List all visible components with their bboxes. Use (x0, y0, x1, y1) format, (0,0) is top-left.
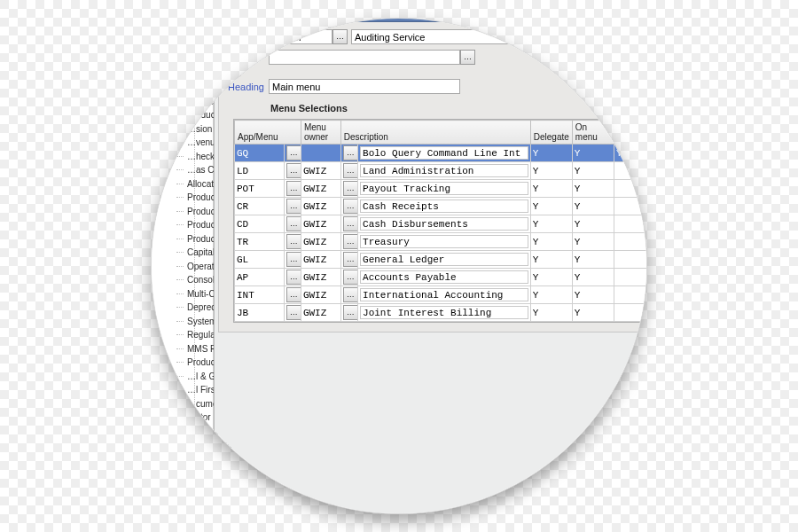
cell-update[interactable] (614, 198, 647, 215)
col-delegate[interactable]: Delegate (530, 121, 572, 145)
cell-delegate[interactable]: Y (530, 215, 572, 233)
cell-update[interactable] (614, 180, 647, 198)
col-description[interactable]: Description (340, 121, 530, 145)
cell-app[interactable]: LD (235, 162, 285, 180)
tree-item[interactable]: Capital Budgeting (178, 246, 213, 260)
app-lookup-button[interactable]: … (286, 216, 301, 231)
tree-item[interactable]: Consolidations (178, 273, 213, 287)
app-lookup-button[interactable]: … (286, 234, 301, 249)
description-input[interactable] (360, 253, 528, 266)
tree-item[interactable]: Operational Budgeting (178, 260, 213, 274)
tree-item[interactable]: …ayable (178, 40, 213, 54)
cell-onmenu[interactable]: Y (572, 180, 614, 198)
table-row[interactable]: JB…GWIZ…YY (235, 304, 648, 322)
tree-item[interactable]: …l First Purchaser (178, 383, 213, 397)
user-input[interactable] (269, 29, 332, 44)
description-input[interactable] (360, 288, 528, 301)
cell-onmenu[interactable]: Y (572, 162, 614, 180)
table-row[interactable]: CD…GWIZ…YY (235, 215, 648, 233)
cell-owner[interactable] (301, 145, 340, 162)
module-tree[interactable]: …r…ayable…nal Accounting…erest Billing…t… (151, 18, 214, 514)
description-input[interactable] (360, 235, 528, 248)
cell-onmenu[interactable]: Y (572, 145, 614, 162)
tree-item[interactable]: …Tracking (178, 95, 213, 109)
cell-description[interactable] (358, 251, 531, 269)
cell-update[interactable] (614, 269, 647, 286)
cell-description[interactable] (358, 198, 531, 215)
cell-app[interactable]: INT (235, 286, 285, 304)
tree-item[interactable]: …stor Reporting (178, 411, 213, 425)
cell-update[interactable] (614, 162, 647, 180)
tree-item[interactable]: …agement (178, 465, 213, 479)
tree-item[interactable]: Production (178, 108, 213, 122)
desc-lookup-button[interactable]: … (343, 145, 358, 160)
description-input[interactable] (360, 306, 528, 319)
tree-item[interactable]: Regulatory Reporting (178, 328, 213, 342)
description-input[interactable] (360, 182, 528, 195)
tree-item[interactable]: …venue Accounting (178, 136, 213, 150)
cell-owner[interactable]: GWIZ (301, 162, 340, 180)
cell-owner[interactable]: GWIZ (301, 269, 340, 286)
cell-owner[interactable]: GWIZ (301, 286, 340, 304)
cell-description[interactable] (358, 269, 531, 286)
cell-update[interactable]: Y (614, 145, 647, 162)
table-row[interactable]: LD…GWIZ…YY (235, 162, 648, 180)
desc-lookup-button[interactable]: … (343, 163, 358, 178)
table-row[interactable]: TR…GWIZ…YY (235, 233, 648, 251)
cell-update[interactable] (614, 304, 647, 322)
app-lookup-button[interactable]: … (286, 252, 301, 267)
tree-item[interactable]: …ge Logging (178, 505, 213, 515)
cell-description[interactable] (358, 145, 531, 162)
cell-app[interactable]: CR (235, 198, 285, 215)
table-row[interactable]: CR…GWIZ…YY (235, 198, 648, 215)
cell-description[interactable] (358, 215, 531, 233)
app-lookup-button[interactable]: … (286, 287, 301, 302)
table-row[interactable]: GQ……YYY (235, 145, 648, 162)
table-row[interactable]: GL…GWIZ…YY (235, 251, 648, 269)
tree-item[interactable]: …l & Gas Purchaser (178, 370, 213, 384)
tree-item[interactable]: …heck Stub Data Exchange (178, 150, 213, 164)
tree-item[interactable]: MMS Royalty Reporting (178, 342, 213, 356)
user-lookup-button[interactable]: … (332, 29, 348, 44)
app-lookup-button[interactable]: … (286, 305, 301, 320)
cell-delegate[interactable]: Y (530, 251, 572, 269)
desc-lookup-button[interactable]: … (343, 270, 358, 285)
cell-app[interactable]: AP (235, 269, 285, 286)
cell-onmenu[interactable]: Y (572, 304, 614, 322)
table-row[interactable]: POT…GWIZ…YY (235, 180, 648, 198)
cell-description[interactable] (358, 304, 531, 322)
cell-owner[interactable]: GWIZ (301, 215, 340, 233)
cell-owner[interactable]: GWIZ (301, 198, 340, 215)
desc-lookup-button[interactable]: … (343, 181, 358, 196)
cell-update[interactable] (614, 215, 647, 233)
tree-item[interactable]: …as Control (178, 163, 213, 177)
cell-onmenu[interactable]: Y (572, 198, 614, 215)
tree-item[interactable]: Production (178, 191, 213, 205)
cell-onmenu[interactable]: Y (572, 215, 614, 233)
tree-item[interactable]: Allocation & Valuation (178, 177, 213, 192)
cell-owner[interactable]: GWIZ (301, 233, 340, 251)
tree-item[interactable]: Production Regulatory Report… (178, 356, 213, 370)
table-row[interactable]: AP…GWIZ…YY (235, 269, 648, 286)
desc-lookup-button[interactable]: … (343, 252, 358, 267)
menu-lookup-button[interactable]: … (460, 50, 475, 65)
heading-input[interactable] (269, 79, 460, 94)
app-lookup-button[interactable]: … (286, 199, 301, 214)
cell-delegate[interactable]: Y (530, 286, 572, 304)
col-on-menu[interactable]: On menu (572, 121, 614, 145)
tree-item[interactable]: …l Accounting (178, 438, 213, 452)
menu-selections-grid[interactable]: App/Menu Menu owner Description Delegate… (233, 119, 647, 323)
description-input[interactable] (360, 146, 528, 160)
cell-description[interactable] (358, 180, 531, 198)
cell-update[interactable] (614, 251, 647, 269)
app-lookup-button[interactable]: … (286, 181, 301, 196)
cell-app[interactable]: TR (235, 233, 285, 251)
tree-item[interactable]: Depreciation Depletion Amorti… (178, 301, 213, 315)
tree-item[interactable]: …r (178, 26, 213, 40)
cell-delegate[interactable]: Y (530, 233, 572, 251)
desc-lookup-button[interactable]: … (343, 199, 358, 214)
app-lookup-button[interactable]: … (286, 270, 301, 285)
col-app-menu[interactable]: App/Menu (235, 121, 301, 145)
cell-owner[interactable]: GWIZ (301, 180, 340, 198)
cell-delegate[interactable]: Y (530, 162, 572, 180)
